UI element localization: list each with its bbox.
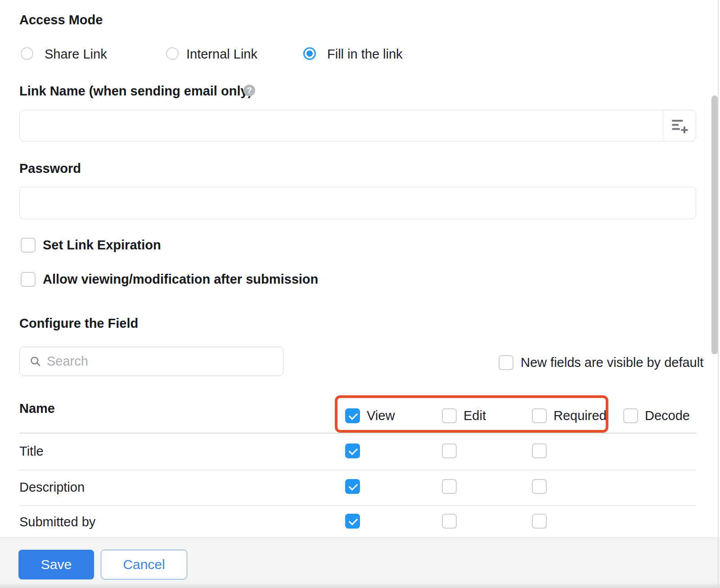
new-fields-visible-label[interactable]: New fields are visible by default: [521, 355, 703, 370]
bottom-edge-shadow: [0, 583, 720, 588]
row-description-label: Description: [19, 480, 85, 495]
link-name-input[interactable]: [19, 110, 696, 141]
insert-variable-button[interactable]: [663, 110, 696, 141]
row-title-view-checkbox[interactable]: [345, 443, 360, 458]
row-submitted-by-view-checkbox[interactable]: [345, 514, 360, 529]
access-mode-heading: Access Mode: [19, 13, 103, 27]
radio-fill-in-link-label[interactable]: Fill in the link: [327, 47, 403, 62]
share-settings-panel: Access Mode Share Link Internal Link Fil…: [0, 0, 720, 588]
required-column-checkbox[interactable]: [532, 408, 547, 423]
radio-share-link-label[interactable]: Share Link: [45, 47, 107, 62]
row-description-view-checkbox[interactable]: [345, 479, 360, 494]
question-mark-icon[interactable]: ?: [243, 85, 255, 96]
configure-field-heading: Configure the Field: [19, 316, 138, 331]
allow-modification-checkbox[interactable]: [21, 272, 36, 287]
radio-fill-in-link[interactable]: [303, 47, 316, 60]
playlist-add-icon: [670, 116, 689, 136]
decode-column-label: Decode: [645, 408, 690, 423]
edit-column-label: Edit: [464, 408, 486, 423]
view-column-label: View: [367, 408, 395, 423]
password-heading: Password: [19, 161, 81, 176]
name-column-header: Name: [19, 401, 55, 416]
cancel-button[interactable]: Cancel: [101, 550, 187, 579]
row-submitted-by-edit-checkbox[interactable]: [442, 514, 457, 529]
radio-internal-link-label[interactable]: Internal Link: [186, 47, 257, 62]
scrollbar-track-line: [718, 0, 719, 588]
search-input[interactable]: Search: [19, 347, 284, 376]
scrollbar-thumb[interactable]: [711, 95, 718, 354]
row-submitted-by-required-checkbox[interactable]: [532, 514, 547, 529]
row-divider: [19, 470, 696, 470]
row-title-required-checkbox[interactable]: [532, 443, 547, 458]
view-column-checkbox[interactable]: [345, 408, 360, 423]
required-column-label: Required: [554, 408, 607, 423]
allow-modification-label[interactable]: Allow viewing/modification after submiss…: [43, 272, 318, 287]
header-divider: [19, 433, 696, 434]
link-name-heading: Link Name (when sending email only): [19, 84, 252, 99]
row-description-required-checkbox[interactable]: [532, 479, 547, 494]
save-button[interactable]: Save: [18, 550, 94, 579]
search-placeholder: Search: [47, 354, 88, 369]
search-icon: [29, 355, 41, 367]
row-title-edit-checkbox[interactable]: [442, 443, 457, 458]
row-submitted-by-label: Submitted by: [19, 515, 95, 529]
set-link-expiration-checkbox[interactable]: [21, 238, 36, 253]
row-title-label: Title: [19, 444, 44, 459]
new-fields-visible-checkbox[interactable]: [499, 355, 513, 370]
edit-column-checkbox[interactable]: [442, 408, 457, 423]
radio-internal-link[interactable]: [166, 47, 179, 60]
set-link-expiration-label[interactable]: Set Link Expiration: [43, 238, 161, 253]
radio-share-link[interactable]: [21, 47, 33, 60]
row-description-edit-checkbox[interactable]: [442, 479, 457, 494]
password-input[interactable]: [19, 187, 696, 219]
row-divider: [19, 505, 696, 506]
decode-column-checkbox[interactable]: [623, 408, 638, 423]
